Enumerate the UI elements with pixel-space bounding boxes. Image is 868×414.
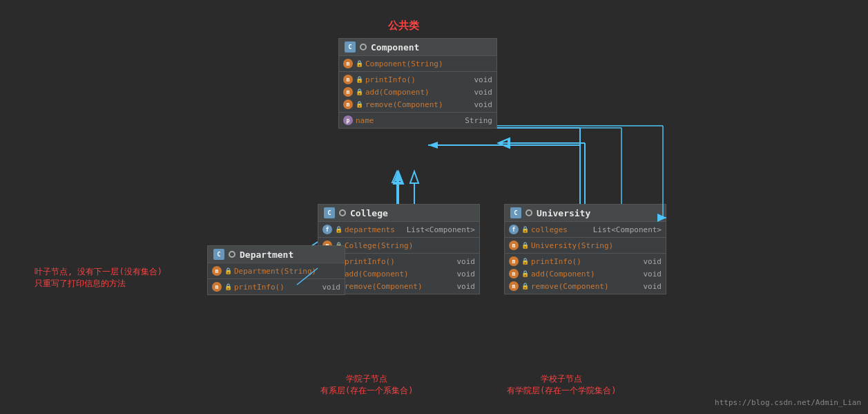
component-fields-section: p name String (339, 113, 496, 128)
department-constructor-row: m 🔒 Department(String) (208, 265, 345, 277)
field-name: name (356, 116, 462, 125)
department-constructor-lock: 🔒 (224, 267, 231, 274)
box-department: C Department m 🔒 Department(String) m 🔒 … (207, 245, 345, 295)
label-xueyuan-sub: 有系层(存在一个系集合) (320, 385, 413, 397)
university-visibility-circle (525, 209, 532, 216)
college-method-return-1: void (457, 257, 476, 266)
svg-marker-12 (392, 171, 402, 182)
college-constructor-name: College(String) (345, 241, 475, 250)
svg-marker-15 (499, 139, 508, 147)
component-constructor-row: m 🔒 Component(String) (339, 57, 496, 70)
component-class-icon: C (345, 41, 356, 53)
university-field-lock: 🔒 (521, 226, 528, 233)
website-label: https://blog.csdn.net/Admin_Lian (715, 398, 861, 407)
college-method-name-3: remove(Component) (345, 282, 450, 291)
method-lock-3: 🔒 (356, 101, 363, 108)
method-icon-1: m (343, 75, 353, 84)
college-method-name-2: add(Component) (345, 270, 450, 279)
university-method-icon-1: m (509, 256, 519, 266)
university-method-lock-2: 🔒 (521, 270, 528, 277)
university-method-printinfo: m 🔒 printInfo() void (505, 255, 666, 267)
university-constructor-section: m 🔒 University(String) (505, 238, 666, 254)
university-class-icon: C (510, 207, 521, 218)
college-field-icon: f (322, 225, 332, 234)
label-yezi-line1: 叶子节点, 没有下一层(没有集合) (35, 266, 162, 278)
college-fields-section: f 🔒 departments List<Component> (318, 222, 479, 238)
label-yezi: 叶子节点, 没有下一层(没有集合) 只重写了打印信息的方法 (35, 266, 162, 290)
svg-marker-5 (428, 142, 438, 149)
university-constructor-lock: 🔒 (521, 242, 528, 249)
university-field-row: f 🔒 colleges List<Component> (505, 223, 666, 236)
method-icon-3: m (343, 100, 353, 109)
university-constructor-name: University(String) (531, 241, 662, 250)
constructor-lock-icon: 🔒 (356, 60, 363, 67)
university-methods-section: m 🔒 printInfo() void m 🔒 add(Component) … (505, 254, 666, 294)
university-constructor-icon: m (509, 241, 519, 250)
component-method-printinfo: m 🔒 printInfo() void (339, 73, 496, 86)
university-method-remove: m 🔒 remove(Component) void (505, 280, 666, 292)
constructor-icon: m (343, 59, 353, 68)
method-lock-2: 🔒 (356, 88, 363, 95)
college-field-row: f 🔒 departments List<Component> (318, 223, 479, 236)
method-return-1: void (474, 75, 493, 84)
department-constructor-icon: m (212, 266, 222, 276)
university-field-name: colleges (531, 225, 590, 234)
university-method-return-1: void (644, 257, 662, 266)
university-field-icon: f (509, 225, 519, 234)
svg-marker-22 (394, 171, 403, 184)
svg-marker-1 (395, 171, 402, 181)
box-university: C University f 🔒 colleges List<Component… (504, 204, 666, 294)
department-method-printinfo: m 🔒 printInfo() void (208, 281, 345, 293)
department-header: C Department (208, 246, 345, 263)
university-class-name: University (537, 208, 590, 218)
university-method-name-2: add(Component) (531, 270, 637, 279)
college-visibility-circle (339, 209, 346, 216)
department-method-return-1: void (322, 283, 341, 292)
university-fields-section: f 🔒 colleges List<Component> (505, 222, 666, 238)
department-constructor-name: Department(String) (234, 267, 340, 276)
svg-marker-25 (499, 138, 510, 148)
label-xueyuan-title: 学院子节点 (320, 373, 413, 385)
department-class-name: Department (240, 250, 293, 260)
department-method-lock-1: 🔒 (224, 283, 231, 290)
college-field-type: List<Component> (407, 225, 475, 234)
university-method-name-3: remove(Component) (531, 282, 637, 291)
university-method-add: m 🔒 add(Component) void (505, 267, 666, 280)
component-method-add: m 🔒 add(Component) void (339, 86, 496, 98)
component-method-remove: m 🔒 remove(Component) void (339, 98, 496, 111)
diagram-container: 公共类 C Component m 🔒 Component(String) m … (0, 0, 868, 414)
label-xuexiao-sub: 有学院层(存在一个学院集合) (507, 385, 616, 397)
method-lock-1: 🔒 (356, 76, 363, 83)
university-method-icon-3: m (509, 281, 519, 291)
university-method-return-2: void (644, 270, 662, 279)
department-constructor-section: m 🔒 Department(String) (208, 263, 345, 279)
university-method-name-1: printInfo() (531, 257, 637, 266)
label-gonggong: 公共类 (388, 19, 419, 32)
label-xuexiao-title: 学校子节点 (507, 373, 616, 385)
component-methods-section: m 🔒 printInfo() void m 🔒 add(Component) … (339, 72, 496, 113)
university-method-lock-1: 🔒 (521, 258, 528, 265)
field-icon: p (343, 115, 353, 125)
method-name-2: add(Component) (365, 88, 467, 97)
college-header: C College (318, 205, 479, 222)
box-component: C Component m 🔒 Component(String) m 🔒 pr… (338, 38, 497, 129)
university-constructor-row: m 🔒 University(String) (505, 239, 666, 252)
department-method-icon-1: m (212, 282, 222, 292)
constructor-name: Component(String) (365, 59, 492, 68)
method-return-2: void (474, 88, 493, 97)
component-field-name-row: p name String (339, 114, 496, 126)
college-method-return-3: void (457, 282, 476, 291)
method-return-3: void (474, 100, 493, 109)
component-constructor-section: m 🔒 Component(String) (339, 56, 496, 72)
college-class-name: College (350, 208, 388, 218)
label-xuexiao: 学校子节点 有学院层(存在一个学院集合) (507, 373, 616, 397)
field-type: String (465, 116, 492, 125)
department-class-icon: C (213, 249, 224, 260)
college-class-icon: C (324, 207, 335, 218)
university-header: C University (505, 205, 666, 222)
university-field-type: List<Component> (593, 225, 662, 234)
label-yezi-line2: 只重写了打印信息的方法 (35, 278, 162, 290)
method-name-1: printInfo() (365, 75, 467, 84)
department-method-name-1: printInfo() (234, 283, 316, 292)
college-field-lock: 🔒 (335, 226, 342, 233)
